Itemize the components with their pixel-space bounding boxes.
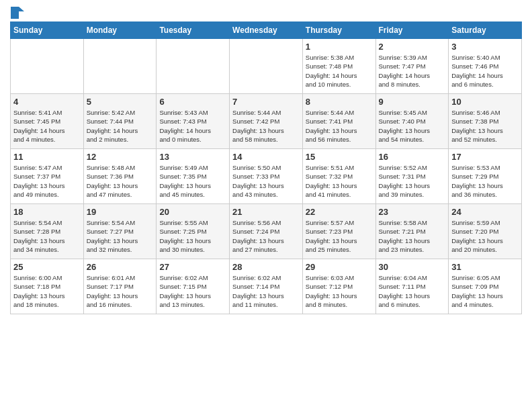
- day-cell: 28Sunrise: 6:02 AM Sunset: 7:14 PM Dayli…: [230, 259, 303, 314]
- header-row: SundayMondayTuesdayWednesdayThursdayFrid…: [11, 22, 522, 39]
- day-info: Sunrise: 5:42 AM Sunset: 7:44 PM Dayligh…: [87, 108, 154, 144]
- day-number: 24: [451, 207, 519, 217]
- header-sunday: Sunday: [11, 22, 84, 39]
- day-cell: 8Sunrise: 5:44 AM Sunset: 7:41 PM Daylig…: [302, 94, 375, 149]
- day-number: 16: [379, 152, 446, 162]
- day-cell: 14Sunrise: 5:50 AM Sunset: 7:33 PM Dayli…: [230, 149, 303, 204]
- day-info: Sunrise: 5:45 AM Sunset: 7:40 PM Dayligh…: [379, 108, 446, 144]
- day-cell: 16Sunrise: 5:52 AM Sunset: 7:31 PM Dayli…: [375, 149, 449, 204]
- day-cell: 18Sunrise: 5:54 AM Sunset: 7:28 PM Dayli…: [11, 204, 84, 259]
- day-info: Sunrise: 5:47 AM Sunset: 7:37 PM Dayligh…: [13, 163, 81, 199]
- day-info: Sunrise: 5:52 AM Sunset: 7:31 PM Dayligh…: [379, 163, 446, 199]
- day-info: Sunrise: 5:40 AM Sunset: 7:46 PM Dayligh…: [451, 53, 519, 89]
- day-info: Sunrise: 5:44 AM Sunset: 7:41 PM Dayligh…: [306, 108, 373, 144]
- day-info: Sunrise: 6:03 AM Sunset: 7:12 PM Dayligh…: [306, 273, 373, 309]
- day-cell: 24Sunrise: 5:59 AM Sunset: 7:20 PM Dayli…: [449, 204, 522, 259]
- day-number: 3: [451, 42, 519, 52]
- day-cell: 5Sunrise: 5:42 AM Sunset: 7:44 PM Daylig…: [83, 94, 157, 149]
- day-cell: 9Sunrise: 5:45 AM Sunset: 7:40 PM Daylig…: [375, 94, 449, 149]
- day-number: 21: [232, 207, 300, 217]
- day-info: Sunrise: 6:05 AM Sunset: 7:09 PM Dayligh…: [451, 273, 519, 309]
- day-info: Sunrise: 5:55 AM Sunset: 7:25 PM Dayligh…: [159, 218, 226, 254]
- day-info: Sunrise: 5:50 AM Sunset: 7:33 PM Dayligh…: [232, 163, 300, 199]
- day-cell: 4Sunrise: 5:41 AM Sunset: 7:45 PM Daylig…: [11, 94, 84, 149]
- day-number: 1: [306, 42, 373, 52]
- day-cell: 23Sunrise: 5:58 AM Sunset: 7:21 PM Dayli…: [375, 204, 449, 259]
- day-number: 25: [13, 262, 81, 272]
- day-number: 19: [87, 207, 154, 217]
- day-cell: 19Sunrise: 5:54 AM Sunset: 7:27 PM Dayli…: [83, 204, 157, 259]
- day-info: Sunrise: 6:00 AM Sunset: 7:18 PM Dayligh…: [13, 273, 81, 309]
- day-info: Sunrise: 5:41 AM Sunset: 7:45 PM Dayligh…: [13, 108, 81, 144]
- day-number: 11: [13, 152, 81, 162]
- day-info: Sunrise: 6:04 AM Sunset: 7:11 PM Dayligh…: [379, 273, 446, 309]
- day-number: 12: [87, 152, 154, 162]
- week-row-3: 18Sunrise: 5:54 AM Sunset: 7:28 PM Dayli…: [11, 204, 522, 259]
- day-number: 17: [451, 152, 519, 162]
- day-cell: 22Sunrise: 5:57 AM Sunset: 7:23 PM Dayli…: [302, 204, 375, 259]
- header-monday: Monday: [83, 22, 157, 39]
- day-number: 8: [306, 97, 373, 107]
- day-number: 26: [87, 262, 154, 272]
- day-info: Sunrise: 6:02 AM Sunset: 7:15 PM Dayligh…: [159, 273, 226, 309]
- day-info: Sunrise: 5:56 AM Sunset: 7:24 PM Dayligh…: [232, 218, 300, 254]
- page-header: [10, 7, 522, 16]
- day-info: Sunrise: 5:39 AM Sunset: 7:47 PM Dayligh…: [379, 53, 446, 89]
- day-number: 23: [379, 207, 446, 217]
- day-info: Sunrise: 5:58 AM Sunset: 7:21 PM Dayligh…: [379, 218, 446, 254]
- day-number: 10: [451, 97, 519, 107]
- day-number: 18: [13, 207, 81, 217]
- day-cell: 20Sunrise: 5:55 AM Sunset: 7:25 PM Dayli…: [157, 204, 230, 259]
- svg-marker-0: [11, 7, 24, 19]
- day-cell: 27Sunrise: 6:02 AM Sunset: 7:15 PM Dayli…: [157, 259, 230, 314]
- day-info: Sunrise: 5:38 AM Sunset: 7:48 PM Dayligh…: [306, 53, 373, 89]
- day-cell: 12Sunrise: 5:48 AM Sunset: 7:36 PM Dayli…: [83, 149, 157, 204]
- day-number: 6: [159, 97, 226, 107]
- day-number: 31: [451, 262, 519, 272]
- day-info: Sunrise: 5:59 AM Sunset: 7:20 PM Dayligh…: [451, 218, 519, 254]
- week-row-0: 1Sunrise: 5:38 AM Sunset: 7:48 PM Daylig…: [11, 39, 522, 94]
- day-info: Sunrise: 5:43 AM Sunset: 7:43 PM Dayligh…: [159, 108, 226, 144]
- day-info: Sunrise: 5:54 AM Sunset: 7:27 PM Dayligh…: [87, 218, 154, 254]
- day-cell: 10Sunrise: 5:46 AM Sunset: 7:38 PM Dayli…: [449, 94, 522, 149]
- day-cell: 17Sunrise: 5:53 AM Sunset: 7:29 PM Dayli…: [449, 149, 522, 204]
- day-cell: 21Sunrise: 5:56 AM Sunset: 7:24 PM Dayli…: [230, 204, 303, 259]
- day-cell: 15Sunrise: 5:51 AM Sunset: 7:32 PM Dayli…: [302, 149, 375, 204]
- calendar-table: SundayMondayTuesdayWednesdayThursdayFrid…: [10, 21, 522, 314]
- day-info: Sunrise: 5:49 AM Sunset: 7:35 PM Dayligh…: [159, 163, 226, 199]
- day-cell: 6Sunrise: 5:43 AM Sunset: 7:43 PM Daylig…: [157, 94, 230, 149]
- day-cell: 2Sunrise: 5:39 AM Sunset: 7:47 PM Daylig…: [375, 39, 449, 94]
- day-cell: 29Sunrise: 6:03 AM Sunset: 7:12 PM Dayli…: [302, 259, 375, 314]
- logo-icon: [11, 7, 24, 19]
- day-cell: 13Sunrise: 5:49 AM Sunset: 7:35 PM Dayli…: [157, 149, 230, 204]
- day-number: 5: [87, 97, 154, 107]
- day-number: 27: [159, 262, 226, 272]
- day-number: 20: [159, 207, 226, 217]
- day-cell: 25Sunrise: 6:00 AM Sunset: 7:18 PM Dayli…: [11, 259, 84, 314]
- day-info: Sunrise: 5:46 AM Sunset: 7:38 PM Dayligh…: [451, 108, 519, 144]
- day-cell: 3Sunrise: 5:40 AM Sunset: 7:46 PM Daylig…: [449, 39, 522, 94]
- day-cell: 1Sunrise: 5:38 AM Sunset: 7:48 PM Daylig…: [302, 39, 375, 94]
- header-thursday: Thursday: [302, 22, 375, 39]
- day-cell: 7Sunrise: 5:44 AM Sunset: 7:42 PM Daylig…: [230, 94, 303, 149]
- header-friday: Friday: [375, 22, 449, 39]
- day-cell: [157, 39, 230, 94]
- day-number: 22: [306, 207, 373, 217]
- logo: [10, 7, 25, 16]
- day-cell: 31Sunrise: 6:05 AM Sunset: 7:09 PM Dayli…: [449, 259, 522, 314]
- day-cell: 30Sunrise: 6:04 AM Sunset: 7:11 PM Dayli…: [375, 259, 449, 314]
- day-info: Sunrise: 5:44 AM Sunset: 7:42 PM Dayligh…: [232, 108, 300, 144]
- day-number: 13: [159, 152, 226, 162]
- day-number: 30: [379, 262, 446, 272]
- day-number: 2: [379, 42, 446, 52]
- day-info: Sunrise: 5:53 AM Sunset: 7:29 PM Dayligh…: [451, 163, 519, 199]
- week-row-2: 11Sunrise: 5:47 AM Sunset: 7:37 PM Dayli…: [11, 149, 522, 204]
- header-saturday: Saturday: [449, 22, 522, 39]
- day-number: 28: [232, 262, 300, 272]
- day-number: 14: [232, 152, 300, 162]
- header-wednesday: Wednesday: [230, 22, 303, 39]
- day-info: Sunrise: 6:01 AM Sunset: 7:17 PM Dayligh…: [87, 273, 154, 309]
- day-info: Sunrise: 5:51 AM Sunset: 7:32 PM Dayligh…: [306, 163, 373, 199]
- day-number: 7: [232, 97, 300, 107]
- day-number: 29: [306, 262, 373, 272]
